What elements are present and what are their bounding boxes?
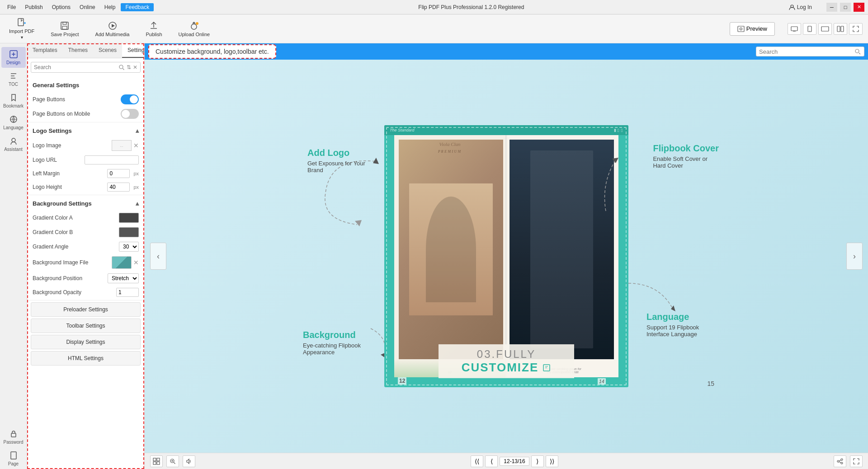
logo-clear-button[interactable]: ✕ [133,142,139,149]
toggle-knob [130,95,138,103]
view-desktop-button[interactable] [788,23,801,35]
tab-templates[interactable]: Templates [27,43,63,58]
expand-icon[interactable]: ⇅ [127,64,131,70]
content-topbar: Customize background, logo,toolbar etc. [145,43,868,60]
search-input[interactable] [759,48,852,55]
bg-image-clear-button[interactable]: ✕ [133,259,139,266]
book-topbar: The Standard ▮ ▯ ▯ [384,125,628,135]
bg-opacity-input[interactable]: 1 [116,288,139,297]
page-buttons-toggle[interactable] [121,94,139,104]
bg-opacity-row: Background Opacity 1 [27,286,144,299]
import-pdf-button[interactable]: Import PDF ▾ [5,16,38,42]
tab-scenes[interactable]: Scenes [93,43,122,58]
tab-settings[interactable]: Settings [122,43,145,58]
grid-view-button[interactable] [150,455,163,467]
bg-image-label: Background Image File [33,259,108,266]
sidebar-item-page[interactable]: Page [1,448,26,469]
search-icon [854,48,861,55]
main-toolbar: Import PDF ▾ Save Project Add Multimedia… [0,14,868,43]
tooltip-bubble: Customize background, logo,toolbar etc. [148,44,276,59]
svg-marker-6 [112,24,115,28]
prev-page-button[interactable]: ‹ [150,243,166,270]
view-controls [788,23,863,35]
close-search-icon[interactable]: ✕ [133,64,137,70]
page-buttons-row: Page Buttons [27,92,144,107]
logo-height-input[interactable]: 40 [107,183,130,192]
logo-collapse-btn[interactable]: ▴ [136,127,139,134]
svg-rect-14 [821,27,829,31]
save-project-button[interactable]: Save Project [47,19,82,39]
add-multimedia-button[interactable]: Add Multimedia [92,19,133,39]
sidebar-item-design[interactable]: Design [1,47,26,68]
fullscreen-btn[interactable] [850,455,863,467]
app-title: Flip PDF Plus Professional 1.2.0 Registe… [154,4,788,10]
menu-file[interactable]: File [4,3,19,11]
feedback-button[interactable]: Feedback [121,3,154,11]
view-fullscreen-button[interactable] [849,23,863,35]
background-callout: Background Eye-catching Flipbook Appeara… [303,330,371,356]
preloader-settings-btn[interactable]: Preloader Settings [31,302,141,317]
sidebar-item-toc[interactable]: TOC [1,69,26,89]
gradient-color-b-swatch[interactable] [119,227,139,237]
gradient-angle-label: Gradient Angle [33,244,115,250]
background-settings-header: Background Settings ▴ [27,196,144,211]
next-page-btn[interactable]: ⟩ [531,455,544,467]
sidebar-item-bookmark[interactable]: Bookmark [1,90,26,111]
menu-online[interactable]: Online [76,3,99,11]
bg-image-preview[interactable] [112,256,132,269]
assistant-icon [9,136,18,145]
sidebar-item-language[interactable]: Language [1,112,26,133]
book-spread-container: Add Logo Get Exposure for Your Brand Bac… [289,121,723,392]
toolbar-settings-btn[interactable]: Toolbar Settings [31,319,141,333]
svg-point-36 [837,460,839,462]
sidebar-item-assistant[interactable]: Assistant [1,134,26,155]
html-settings-btn[interactable]: HTML Settings [31,351,141,366]
divider-1 [27,122,144,122]
right-page-photo [509,140,614,359]
upload-online-button[interactable]: Upload Online [175,19,214,39]
view-widescreen-button[interactable] [818,23,832,35]
language-icon [9,115,18,124]
left-margin-row: Left Margin 0 px [27,167,144,180]
left-margin-input[interactable]: 0 [107,169,130,178]
first-page-button[interactable]: ⟨⟨ [471,455,483,467]
svg-point-8 [196,22,198,25]
gradient-angle-select[interactable]: 30 [119,242,139,252]
login-button[interactable]: Log In [789,4,812,10]
svg-rect-4 [62,26,67,29]
last-page-button[interactable]: ⟩⟩ [546,455,558,467]
left-page-photo [399,140,503,359]
prev-page-btn[interactable]: ⟨ [485,455,498,467]
logo-image-preview[interactable]: ... [112,140,132,151]
maximize-button[interactable]: □ [840,3,851,12]
logo-image-label: Logo Image [33,142,108,149]
sidebar-item-password[interactable]: Password [1,427,26,447]
page-buttons-mobile-toggle[interactable] [121,109,139,119]
menu-help[interactable]: Help [101,3,119,11]
publish-button[interactable]: Publish [142,19,165,39]
general-settings-header: General Settings [27,78,144,92]
next-page-button[interactable]: › [846,243,863,270]
gradient-color-a-swatch[interactable] [119,213,139,223]
menu-options[interactable]: Options [48,3,74,11]
share-button[interactable] [834,455,846,467]
sound-button[interactable] [183,455,195,467]
display-settings-btn[interactable]: Display Settings [31,335,141,349]
bg-collapse-btn[interactable]: ▴ [136,200,139,207]
tab-themes[interactable]: Themes [63,43,93,58]
svg-marker-29 [671,305,675,311]
menu-publish[interactable]: Publish [21,3,46,11]
logo-url-input[interactable] [85,155,139,164]
sound-icon [185,458,193,465]
zoom-button[interactable] [166,455,179,467]
multimedia-icon [108,21,118,31]
language-callout: Language Support 19 Flipbook Interface L… [646,312,719,338]
center-text-line2: CUSTOMIZE [442,361,571,375]
close-button[interactable]: ✕ [854,3,864,12]
panel-search-input[interactable] [34,64,117,70]
preview-button[interactable]: Preview [730,22,775,36]
bg-position-select[interactable]: Stretch [108,273,139,283]
view-tablet-button[interactable] [803,23,816,35]
view-split-button[interactable] [834,23,847,35]
minimize-button[interactable]: ─ [826,3,837,12]
